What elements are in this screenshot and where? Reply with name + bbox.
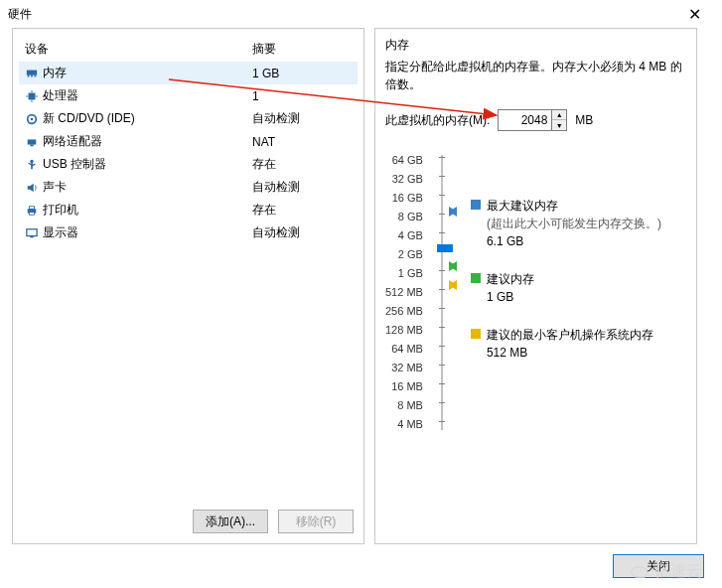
svg-rect-0 xyxy=(27,70,37,74)
tick-label: 4 GB xyxy=(385,226,423,245)
marker-max-r-icon xyxy=(449,207,457,217)
spin-down-icon[interactable]: ▼ xyxy=(552,120,566,130)
window-title: 硬件 xyxy=(8,6,32,23)
tick-label: 2 GB xyxy=(385,245,423,264)
slider-ticks: 64 GB32 GB16 GB8 GB4 GB2 GB1 GB512 MB256… xyxy=(385,151,423,434)
legend-min-sq xyxy=(471,329,481,339)
svg-rect-22 xyxy=(30,235,33,237)
close-icon[interactable]: ✕ xyxy=(674,0,714,28)
marker-rec-r-icon xyxy=(449,261,457,271)
hardware-row[interactable]: 打印机存在 xyxy=(19,199,358,221)
hardware-row[interactable]: 内存1 GB xyxy=(19,62,358,84)
tick-label: 8 MB xyxy=(385,396,423,415)
legend-min-value: 512 MB xyxy=(487,344,653,362)
memory-slider[interactable] xyxy=(435,151,459,434)
svg-rect-20 xyxy=(29,213,34,216)
tick-label: 64 MB xyxy=(385,340,423,359)
hw-summary: 1 GB xyxy=(246,62,358,84)
tick-label: 512 MB xyxy=(385,283,423,302)
memory-unit: MB xyxy=(575,113,593,127)
hardware-table: 设备 摘要 内存1 GB处理器1新 CD/DVD (IDE)自动检测网络适配器N… xyxy=(19,37,358,244)
hw-name: USB 控制器 xyxy=(43,157,106,171)
memory-desc: 指定分配给此虚拟机的内存量。内存大小必须为 4 MB 的倍数。 xyxy=(385,58,686,93)
hw-name: 新 CD/DVD (IDE) xyxy=(43,111,135,125)
memory-panel: 内存 指定分配给此虚拟机的内存量。内存大小必须为 4 MB 的倍数。 此虚拟机的… xyxy=(374,28,697,544)
slider-thumb[interactable] xyxy=(437,244,453,252)
tick-label: 8 GB xyxy=(385,208,423,226)
hardware-row[interactable]: 新 CD/DVD (IDE)自动检测 xyxy=(19,107,358,130)
hardware-row[interactable]: 处理器1 xyxy=(19,84,358,107)
spin-up-icon[interactable]: ▲ xyxy=(552,110,566,120)
legend: 最大建议内存 (超出此大小可能发生内存交换。) 6.1 GB 建议内存 1 GB xyxy=(471,151,661,434)
hardware-row[interactable]: 网络适配器NAT xyxy=(19,130,358,153)
col-summary: 摘要 xyxy=(246,37,358,62)
hardware-row[interactable]: USB 控制器存在 xyxy=(19,153,358,176)
memory-title: 内存 xyxy=(385,37,686,54)
svg-rect-4 xyxy=(29,92,36,99)
legend-max-title: 最大建议内存 xyxy=(487,197,661,215)
hw-summary: 1 xyxy=(246,84,358,107)
close-button[interactable]: 关闭 xyxy=(613,554,704,578)
hw-name: 处理器 xyxy=(43,88,78,102)
legend-rec-sq xyxy=(471,273,481,283)
tick-label: 256 MB xyxy=(385,302,423,321)
legend-max-sq xyxy=(471,200,481,210)
tick-label: 128 MB xyxy=(385,321,423,340)
add-button[interactable]: 添加(A)... xyxy=(193,510,268,533)
hw-name: 打印机 xyxy=(43,203,78,217)
hw-summary: NAT xyxy=(246,130,358,153)
legend-max-value: 6.1 GB xyxy=(487,232,661,250)
remove-button: 移除(R) xyxy=(278,510,354,533)
svg-point-10 xyxy=(31,118,34,121)
tick-label: 16 MB xyxy=(385,377,423,396)
hw-summary: 自动检测 xyxy=(246,221,358,244)
hw-summary: 自动检测 xyxy=(246,107,358,130)
svg-rect-2 xyxy=(31,75,33,77)
hardware-row[interactable]: 声卡自动检测 xyxy=(19,176,358,199)
svg-marker-17 xyxy=(28,184,34,193)
col-device: 设备 xyxy=(19,37,246,62)
memory-input[interactable] xyxy=(498,109,552,131)
marker-min-r-icon xyxy=(449,280,457,290)
tick-label: 4 MB xyxy=(385,415,423,434)
hw-summary: 存在 xyxy=(246,153,358,176)
hw-summary: 存在 xyxy=(246,199,358,221)
tick-label: 1 GB xyxy=(385,264,423,283)
hw-name: 显示器 xyxy=(43,225,78,239)
tick-label: 32 GB xyxy=(385,170,423,189)
svg-rect-11 xyxy=(28,139,37,144)
svg-rect-3 xyxy=(35,75,37,77)
svg-rect-12 xyxy=(30,144,33,146)
tick-label: 16 GB xyxy=(385,189,423,208)
hw-summary: 自动检测 xyxy=(246,176,358,199)
legend-min-title: 建议的最小客户机操作系统内存 xyxy=(487,326,653,344)
legend-rec-title: 建议内存 xyxy=(487,270,534,288)
hw-name: 内存 xyxy=(43,66,67,79)
svg-rect-19 xyxy=(29,207,34,210)
svg-rect-1 xyxy=(28,75,30,77)
hardware-row[interactable]: 显示器自动检测 xyxy=(19,221,358,244)
hw-name: 网络适配器 xyxy=(43,134,102,148)
legend-rec-value: 1 GB xyxy=(487,288,534,306)
memory-label: 此虚拟机的内存(M): xyxy=(385,112,490,129)
tick-label: 64 GB xyxy=(385,151,423,170)
hardware-panel: 设备 摘要 内存1 GB处理器1新 CD/DVD (IDE)自动检测网络适配器N… xyxy=(12,28,364,544)
tick-label: 32 MB xyxy=(385,359,423,377)
legend-max-note: (超出此大小可能发生内存交换。) xyxy=(487,215,661,232)
svg-rect-21 xyxy=(27,229,37,236)
hw-name: 声卡 xyxy=(43,180,67,194)
